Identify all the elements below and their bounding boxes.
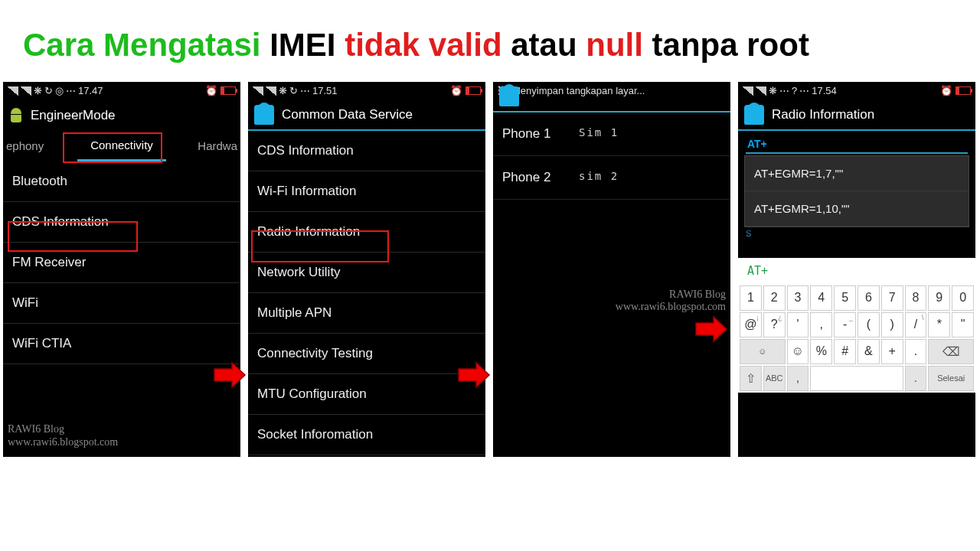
menu-socket-information[interactable]: Socket Inforomation	[248, 415, 485, 455]
key[interactable]: 8	[905, 285, 927, 311]
key[interactable]: %	[810, 339, 832, 364]
key[interactable]: ,	[810, 312, 832, 337]
key-done[interactable]: Selesai	[928, 366, 974, 391]
key[interactable]: 9	[928, 285, 950, 311]
status-bar: ❋ ↻ ◎ ⋯ 17.47 ⏰	[3, 82, 240, 100]
app-title: EngineerMode	[31, 108, 116, 123]
key[interactable]: &	[858, 339, 880, 364]
menu-cds-information[interactable]: CDS Information	[3, 202, 240, 243]
key[interactable]: #	[834, 339, 856, 364]
key[interactable]: 3	[787, 285, 809, 311]
menu-wifi-information[interactable]: Wi-Fi Information	[248, 171, 485, 212]
key[interactable]: '	[787, 312, 809, 337]
phone2-label: Phone 2	[502, 170, 579, 185]
key[interactable]: 4	[810, 285, 832, 311]
android-icon	[744, 105, 764, 125]
key[interactable]: ?¿	[763, 312, 786, 337]
suggestion-egmr-1-7[interactable]: AT+EGMR=1,7,""	[745, 156, 969, 191]
key[interactable]: .	[905, 339, 927, 364]
bbm-icon: ❋	[279, 85, 287, 96]
key[interactable]: 2	[763, 285, 786, 311]
status-bar: ❋ ↻ ⋯ 17.51 ⏰	[248, 82, 485, 100]
keyboard-suggestion[interactable]: AT+	[738, 258, 975, 284]
status-time: 17.54	[812, 85, 837, 96]
key[interactable]: ☺	[787, 339, 809, 364]
signal-icon	[21, 86, 31, 96]
key[interactable]: -_	[834, 312, 856, 337]
key-abc[interactable]: ABC	[763, 366, 786, 391]
menu-mtu-configuration[interactable]: MTU Configuration	[248, 374, 485, 415]
phone1-label: Phone 1	[502, 126, 579, 142]
at-command-input[interactable]: AT+	[746, 135, 968, 154]
app-header: Radio Information	[738, 100, 975, 131]
key[interactable]: 1	[740, 285, 762, 311]
menu-wifi-ctia[interactable]: WiFi CTIA	[3, 324, 240, 364]
key[interactable]: 7	[881, 285, 903, 311]
keyboard: 1234567890@¡?¿',-_()/\*"☺☺%#&+.⌫⇧ABC,.Se…	[738, 284, 975, 393]
more-icon: ⋯	[799, 85, 809, 96]
phone2-row[interactable]: Phone 2 sim 2	[493, 156, 730, 200]
menu-network-utility[interactable]: Network Utility	[248, 253, 485, 293]
battery-icon	[956, 86, 971, 95]
signal-icon	[266, 86, 276, 96]
key-dot[interactable]: .	[905, 366, 927, 391]
key[interactable]: (	[858, 312, 880, 337]
arrow-icon	[455, 360, 493, 390]
alarm-icon: ⏰	[450, 85, 462, 96]
signal-icon	[253, 86, 263, 96]
key-shift[interactable]: ⇧	[740, 366, 762, 391]
help-icon: ?	[792, 85, 797, 96]
key[interactable]: 0	[952, 285, 974, 311]
key[interactable]: @¡	[740, 312, 762, 337]
tab-bar: ephony Connectivity Hardwa	[3, 131, 240, 161]
phone2-value: sim 2	[579, 170, 619, 185]
app-title: Common Data Service	[282, 107, 413, 122]
android-icon	[254, 105, 274, 125]
status-time: 17.47	[78, 85, 103, 96]
app-header: Common Data Service	[248, 100, 485, 131]
key-backspace[interactable]: ⌫	[928, 339, 974, 364]
key-comma[interactable]: ,	[787, 366, 809, 391]
screenshot-toast: 🖼 Menyimpan tangkapan layar...	[493, 82, 730, 100]
app-title: Radio Information	[772, 107, 874, 122]
menu-wifi[interactable]: WiFi	[3, 283, 240, 324]
menu-bluetooth[interactable]: Bluetooth	[3, 161, 240, 202]
key[interactable]: )	[881, 312, 903, 337]
alarm-icon: ⏰	[205, 85, 217, 96]
sync-icon: ↻	[289, 85, 298, 96]
chat-icon: ⋯	[66, 85, 76, 96]
arrow-icon	[692, 314, 730, 344]
key[interactable]: *	[928, 312, 950, 337]
battery-icon	[220, 86, 236, 95]
tab-connectivity[interactable]: Connectivity	[77, 131, 166, 161]
phone1-row[interactable]: Phone 1 Sim 1	[493, 112, 730, 156]
screenshot-radio-information: ❋ ⋯ ? ⋯ 17.54 ⏰ Radio Information AT+ AT…	[738, 82, 975, 457]
key[interactable]: +	[881, 339, 903, 364]
arrow-icon	[211, 360, 249, 390]
menu-multiple-apn[interactable]: Multiple APN	[248, 293, 485, 334]
tab-telephony[interactable]: ephony	[3, 131, 77, 161]
menu-cds-information[interactable]: CDS Information	[248, 131, 485, 171]
key-symbols[interactable]: ☺	[740, 339, 786, 364]
screenshot-engineer-mode: ❋ ↻ ◎ ⋯ 17.47 ⏰ EngineerMode ephony Conn…	[3, 82, 240, 457]
status-bar: ❋ ⋯ ? ⋯ 17.54 ⏰	[738, 82, 975, 100]
menu-connectivity-testing[interactable]: Connectivity Testing	[248, 334, 485, 374]
watermark: RAWI6 Blog www.rawi6.blogspot.com	[616, 289, 726, 315]
key[interactable]: /\	[905, 312, 927, 337]
key[interactable]: 5	[834, 285, 856, 311]
menu-radio-information[interactable]: Radio Information	[248, 212, 485, 253]
watermark: RAWI6 Blog www.rawi6.blogspot.com	[8, 423, 118, 449]
menu-fm-receiver[interactable]: FM Receiver	[3, 243, 240, 283]
key[interactable]: "	[952, 312, 974, 337]
bbm-icon: ❋	[34, 85, 42, 96]
key-space[interactable]	[810, 366, 903, 391]
key[interactable]: 6	[858, 285, 880, 311]
bbm-icon: ❋	[769, 85, 777, 96]
at-suggestions-dropdown: AT+EGMR=1,7,"" AT+EGMR=1,10,""	[744, 155, 969, 227]
chat-icon: ⋯	[779, 85, 789, 96]
tab-hardware[interactable]: Hardwa	[166, 131, 240, 161]
phone1-value: Sim 1	[579, 126, 619, 142]
screenshot-phone-information: 🖼 Menyimpan tangkapan layar... Phone Inf…	[493, 82, 730, 457]
suggestion-egmr-1-10[interactable]: AT+EGMR=1,10,""	[745, 191, 969, 227]
android-icon	[499, 86, 519, 106]
